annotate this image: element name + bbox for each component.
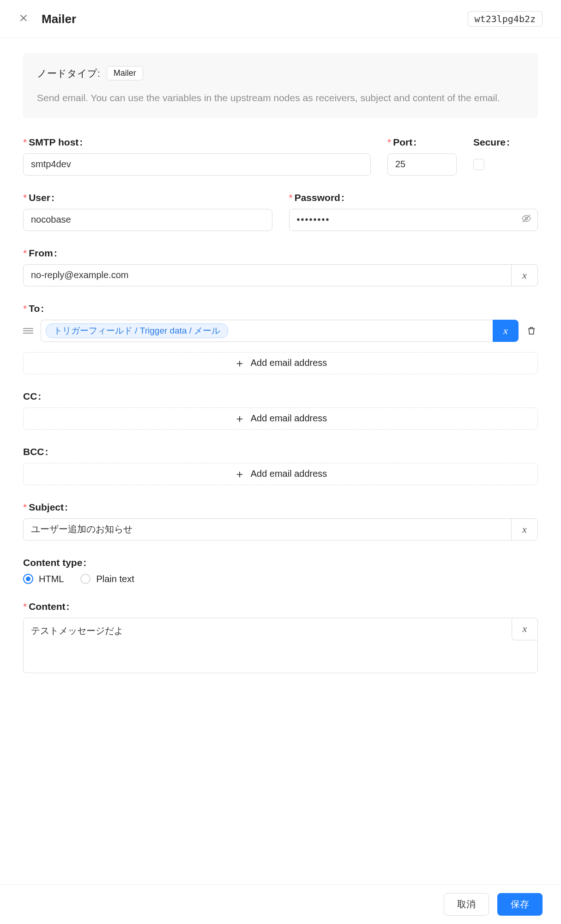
radio-plaintext-label: Plain text bbox=[96, 574, 134, 584]
node-type-label: ノードタイプ: bbox=[37, 67, 100, 80]
drawer-footer: 取消 保存 bbox=[0, 884, 561, 924]
smtp-host-label: *SMTP host bbox=[23, 137, 371, 148]
from-label: *From bbox=[23, 248, 538, 259]
smtp-host-input[interactable] bbox=[23, 153, 371, 176]
info-description: Send email. You can use the variables in… bbox=[37, 91, 524, 105]
save-button[interactable]: 保存 bbox=[497, 893, 543, 916]
eye-off-icon[interactable] bbox=[521, 213, 531, 226]
content-type-label: Content type bbox=[23, 557, 538, 568]
content-textarea[interactable]: テストメッセージだよ x bbox=[23, 618, 538, 673]
user-input[interactable] bbox=[23, 209, 272, 231]
plus-icon: ＋ bbox=[234, 468, 245, 480]
radio-icon bbox=[80, 574, 90, 584]
to-input[interactable]: トリガーフィールド / Trigger data / メール bbox=[41, 320, 493, 342]
cc-label: CC bbox=[23, 391, 538, 402]
subject-variable-button[interactable]: x bbox=[511, 518, 538, 541]
bcc-add-label: Add email address bbox=[251, 468, 327, 479]
radio-html-label: HTML bbox=[39, 574, 64, 584]
bcc-add-button[interactable]: ＋ Add email address bbox=[23, 463, 538, 485]
cc-add-button[interactable]: ＋ Add email address bbox=[23, 407, 538, 430]
secure-label: Secure bbox=[473, 137, 538, 148]
to-variable-chip[interactable]: トリガーフィールド / Trigger data / メール bbox=[46, 323, 228, 338]
password-input[interactable] bbox=[289, 209, 538, 231]
port-label: *Port bbox=[387, 137, 457, 148]
to-add-button[interactable]: ＋ Add email address bbox=[23, 352, 538, 374]
plus-icon: ＋ bbox=[234, 358, 245, 369]
trash-icon[interactable] bbox=[525, 326, 538, 336]
secure-checkbox[interactable] bbox=[473, 159, 484, 170]
close-icon[interactable] bbox=[18, 12, 29, 25]
bcc-label: BCC bbox=[23, 446, 538, 457]
drawer-title: Mailer bbox=[42, 12, 455, 26]
from-input[interactable]: no-reply@example.com bbox=[23, 264, 511, 286]
info-box: ノードタイプ: Mailer Send email. You can use t… bbox=[23, 53, 538, 118]
node-id-badge[interactable]: wt23lpg4b2z bbox=[468, 11, 543, 27]
content-label: *Content bbox=[23, 601, 538, 612]
to-add-label: Add email address bbox=[251, 358, 327, 368]
radio-html[interactable]: HTML bbox=[23, 574, 64, 584]
cc-add-label: Add email address bbox=[251, 413, 327, 424]
user-label: *User bbox=[23, 192, 272, 203]
drag-handle-icon[interactable] bbox=[23, 328, 34, 334]
radio-plaintext[interactable]: Plain text bbox=[80, 574, 134, 584]
content-value: テストメッセージだよ bbox=[31, 626, 123, 636]
content-variable-button[interactable]: x bbox=[512, 618, 537, 640]
to-label: *To bbox=[23, 303, 538, 314]
from-variable-button[interactable]: x bbox=[511, 264, 538, 286]
port-input[interactable] bbox=[387, 153, 457, 176]
plus-icon: ＋ bbox=[234, 413, 245, 424]
password-label: *Password bbox=[289, 192, 538, 203]
cancel-button[interactable]: 取消 bbox=[444, 893, 489, 916]
drawer-header: Mailer wt23lpg4b2z bbox=[0, 0, 561, 38]
node-type-badge: Mailer bbox=[107, 66, 143, 80]
subject-input[interactable]: ユーザー追加のお知らせ bbox=[23, 518, 511, 541]
form-content: ノードタイプ: Mailer Send email. You can use t… bbox=[0, 38, 561, 924]
drawer-panel: Mailer wt23lpg4b2z ノードタイプ: Mailer Send e… bbox=[0, 0, 561, 924]
radio-icon bbox=[23, 574, 33, 584]
to-variable-button[interactable]: x bbox=[493, 320, 519, 342]
subject-label: *Subject bbox=[23, 502, 538, 513]
